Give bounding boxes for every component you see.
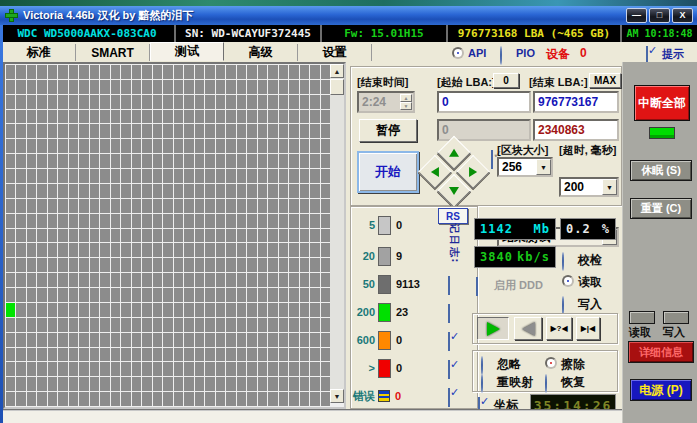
map-cell: [321, 273, 330, 287]
map-cell: [226, 392, 235, 406]
map-cell: [100, 392, 109, 406]
map-cell: [6, 392, 15, 406]
map-cell: [195, 214, 204, 228]
map-cell: [90, 214, 99, 228]
map-cell: [184, 169, 193, 183]
map-cell: [132, 169, 141, 183]
map-cell: [279, 377, 288, 391]
map-cell: [300, 288, 309, 302]
map-cell: [121, 199, 130, 213]
histogram-log-checkbox[interactable]: [448, 389, 450, 407]
sleep-button[interactable]: 休眠 (S): [630, 160, 692, 181]
map-cell: [300, 95, 309, 109]
histogram-row: 6000: [352, 329, 448, 351]
map-cell: [111, 243, 120, 257]
map-cell: [16, 65, 25, 79]
play-button[interactable]: [477, 317, 509, 340]
power-button[interactable]: 电源 (P): [630, 379, 692, 401]
map-cell: [279, 95, 288, 109]
ddd-label: 启用 DDD: [494, 278, 543, 293]
map-cell: [153, 110, 162, 124]
map-cell: [195, 184, 204, 198]
histogram-log-checkbox[interactable]: [448, 361, 450, 379]
map-cell: [247, 348, 256, 362]
tab-test[interactable]: 测试: [150, 42, 224, 61]
map-cell: [6, 348, 15, 362]
remap-radio[interactable]: [481, 375, 483, 393]
dropdown-arrow-icon[interactable]: ▼: [602, 179, 617, 195]
start-lba-input[interactable]: 0: [437, 91, 531, 113]
timeout-select[interactable]: 200 ▼: [559, 177, 619, 197]
map-cell: [16, 273, 25, 287]
map-cell: [111, 362, 120, 376]
map-cell: [237, 362, 246, 376]
verify-radio[interactable]: [562, 253, 564, 271]
max-button[interactable]: MAX: [589, 73, 621, 88]
map-cell: [310, 214, 319, 228]
zero-button[interactable]: 0: [493, 73, 519, 88]
pause-button[interactable]: 暂停: [359, 119, 417, 142]
end-time-spinner[interactable]: 2:24 ▲▼: [357, 91, 415, 113]
histogram-log-checkbox[interactable]: [448, 277, 450, 295]
map-cell: [69, 65, 78, 79]
map-cell: [163, 258, 172, 272]
erase-radio[interactable]: [545, 357, 557, 369]
maximize-button-icon[interactable]: □: [649, 8, 670, 23]
map-cell: [195, 65, 204, 79]
map-cell: [310, 65, 319, 79]
map-cell: [268, 65, 277, 79]
minimize-button-icon[interactable]: —: [626, 8, 647, 23]
scroll-down-icon[interactable]: ▼: [330, 389, 344, 403]
map-cell: [69, 95, 78, 109]
map-cell: [205, 199, 214, 213]
api-radio[interactable]: [452, 47, 464, 59]
seek-error-button[interactable]: ▶?◀: [546, 317, 572, 340]
goto-end-button[interactable]: ▶|◀: [576, 317, 600, 340]
start-button[interactable]: 开始: [357, 151, 419, 193]
tab-settings[interactable]: 设置: [298, 44, 372, 61]
read-radio[interactable]: [562, 275, 574, 287]
map-cell: [48, 139, 57, 153]
histogram-log-checkbox[interactable]: [448, 305, 450, 323]
back-button[interactable]: [514, 317, 542, 340]
title-bar[interactable]: Victoria 4.46b 汉化 by 黯然的泪下 — □ X: [0, 6, 697, 25]
end-lba-input[interactable]: 976773167: [533, 91, 619, 113]
dropdown-arrow-icon[interactable]: ▼: [536, 159, 551, 175]
scroll-thumb[interactable]: [330, 79, 344, 95]
tab-smart[interactable]: SMART: [76, 44, 150, 61]
map-cell: [27, 199, 36, 213]
map-cell: [184, 229, 193, 243]
map-cell: [268, 139, 277, 153]
map-cell: [184, 303, 193, 317]
pio-radio[interactable]: [500, 47, 502, 65]
map-cell: [268, 214, 277, 228]
tab-standard[interactable]: 标准: [2, 44, 76, 61]
details-button[interactable]: 详细信息: [628, 341, 694, 363]
map-cell: [300, 214, 309, 228]
scroll-up-icon[interactable]: ▲: [330, 64, 344, 78]
map-scrollbar[interactable]: ▲ ▼: [330, 64, 344, 403]
map-cell: [310, 110, 319, 124]
map-cell: [111, 303, 120, 317]
reset-button[interactable]: 重置 (C): [630, 198, 692, 219]
map-cell: [69, 273, 78, 287]
block-map-panel: ▲ ▼: [3, 62, 346, 409]
restore-radio[interactable]: [545, 375, 547, 393]
map-cell: [153, 65, 162, 79]
map-cell: [310, 80, 319, 94]
ignore-radio[interactable]: [481, 357, 483, 375]
histogram-log-checkbox[interactable]: [448, 333, 450, 351]
erase-label: 擦除: [561, 356, 585, 373]
map-cell: [310, 184, 319, 198]
spinner-arrows-icon[interactable]: ▲▼: [400, 94, 412, 110]
tab-advanced[interactable]: 高级: [224, 44, 298, 61]
map-cell: [90, 392, 99, 406]
block-size-select[interactable]: 256 ▼: [497, 157, 553, 177]
map-cell: [90, 65, 99, 79]
map-cell: [90, 362, 99, 376]
map-cell: [111, 139, 120, 153]
map-cell: [100, 288, 109, 302]
close-button-icon[interactable]: X: [672, 8, 693, 23]
abort-all-button[interactable]: 中断全部: [634, 85, 690, 121]
map-cell: [226, 303, 235, 317]
